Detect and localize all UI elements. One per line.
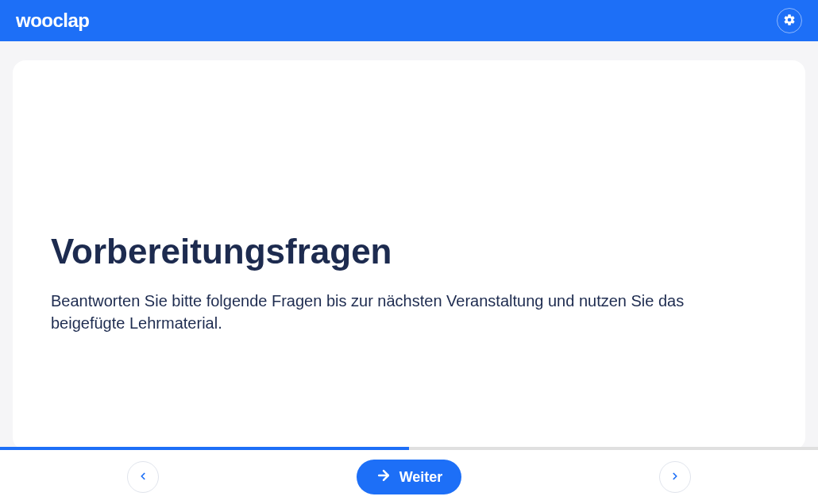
page-description: Beantworten Sie bitte folgende Fragen bi… (51, 290, 702, 334)
gear-icon (783, 13, 796, 29)
content-card: Vorbereitungsfragen Beantworten Sie bitt… (13, 60, 805, 450)
header: wooclap (0, 0, 818, 41)
next-button[interactable] (659, 461, 691, 493)
card-inner: Vorbereitungsfragen Beantworten Sie bitt… (51, 232, 767, 334)
arrow-right-icon (376, 467, 392, 487)
chevron-right-icon (669, 471, 681, 484)
settings-button[interactable] (777, 8, 802, 33)
page-title: Vorbereitungsfragen (51, 232, 767, 272)
continue-label: Weiter (399, 469, 443, 486)
logo: wooclap (16, 10, 90, 32)
previous-button[interactable] (127, 461, 159, 493)
footer: Weiter (0, 450, 818, 504)
continue-button[interactable]: Weiter (357, 460, 462, 494)
chevron-left-icon (137, 471, 149, 484)
content-area: Vorbereitungsfragen Beantworten Sie bitt… (0, 41, 818, 450)
